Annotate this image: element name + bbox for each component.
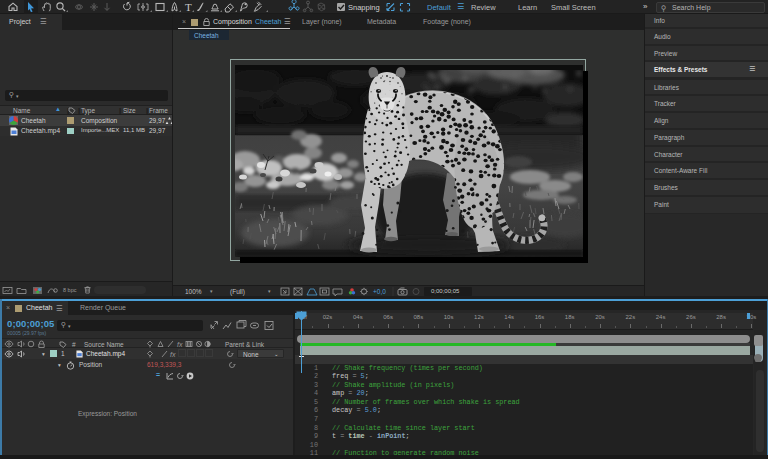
svg-text:+0,0: +0,0 xyxy=(373,288,386,295)
svg-text:Snapping: Snapping xyxy=(348,3,380,12)
svg-text:T: T xyxy=(185,1,192,13)
svg-text:fx: fx xyxy=(177,341,183,348)
svg-text:fx: fx xyxy=(170,351,176,358)
